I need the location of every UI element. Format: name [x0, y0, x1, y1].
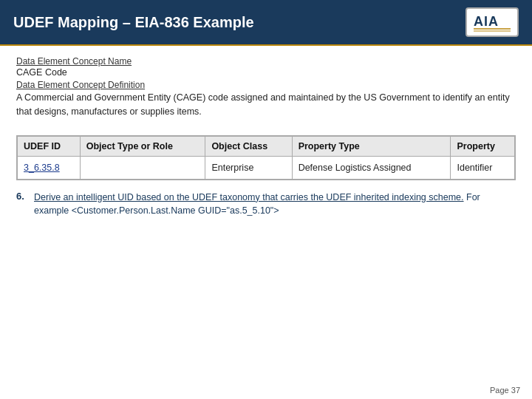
footer: Page 37	[0, 383, 532, 399]
page-title: UDEF Mapping – EIA-836 Example	[13, 14, 254, 31]
udef-id-link[interactable]: 3_6.35.8	[24, 163, 60, 173]
note-section: 6. Derive an intelligent UID based on th…	[16, 191, 516, 219]
svg-text:AIA: AIA	[474, 14, 499, 29]
logo: AIA	[466, 7, 519, 37]
field1-label: Data Element Concept Name	[16, 56, 516, 66]
col-udef-id: UDEF ID	[18, 136, 81, 156]
table-row: 3_6.35.8 Enterprise Defense Logistics As…	[18, 156, 515, 179]
note-text: Derive an intelligent UID based on the U…	[34, 191, 516, 219]
cell-property: Identifier	[451, 156, 515, 179]
col-property-type: Property Type	[292, 136, 451, 156]
main-content: Data Element Concept Name CAGE Code Data…	[0, 46, 532, 383]
col-object-type: Object Type or Role	[80, 136, 205, 156]
udef-table: UDEF ID Object Type or Role Object Class…	[16, 135, 516, 180]
field2-value: A Commercial and Government Entity (CAGE…	[16, 91, 516, 119]
header: UDEF Mapping – EIA-836 Example AIA	[0, 0, 532, 44]
slide: UDEF Mapping – EIA-836 Example AIA Data …	[0, 0, 532, 399]
col-property: Property	[451, 136, 515, 156]
field1-value: CAGE Code	[16, 67, 516, 78]
cell-property-type: Defense Logistics Assigned	[292, 156, 451, 179]
page-number: Page 37	[490, 386, 520, 395]
cell-udef-id: 3_6.35.8	[18, 156, 81, 179]
table-header-row: UDEF ID Object Type or Role Object Class…	[18, 136, 515, 156]
aia-logo-icon: AIA	[471, 10, 514, 35]
meta-section: Data Element Concept Name CAGE Code Data…	[16, 56, 516, 128]
field2-label: Data Element Concept Definition	[16, 80, 516, 90]
cell-object-class: Enterprise	[205, 156, 292, 179]
note-text-underlined: Derive an intelligent UID based on the U…	[34, 192, 464, 202]
cell-object-type	[80, 156, 205, 179]
col-object-class: Object Class	[205, 136, 292, 156]
note-number: 6.	[16, 191, 30, 202]
